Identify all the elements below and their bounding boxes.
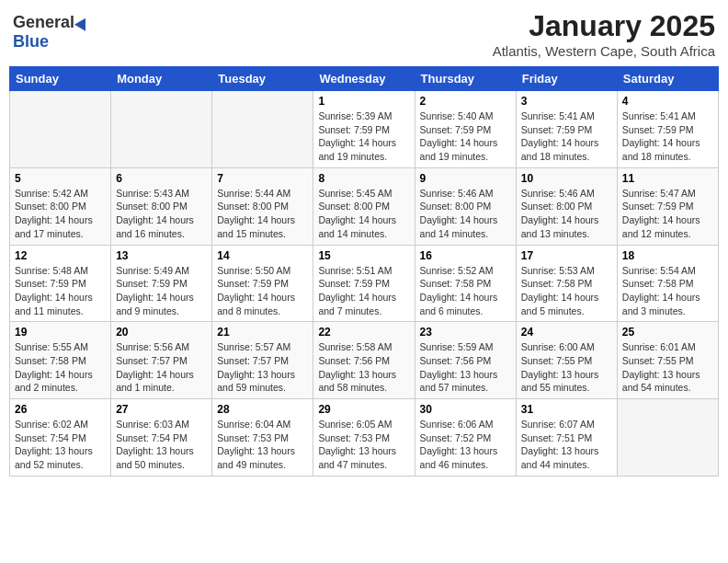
day-info: Sunrise: 5:57 AM Sunset: 7:57 PM Dayligh… (217, 340, 308, 395)
calendar-cell: 31Sunrise: 6:07 AM Sunset: 7:51 PM Dayli… (516, 399, 617, 477)
day-number: 16 (420, 249, 511, 262)
day-number: 6 (116, 172, 207, 185)
calendar-cell: 6Sunrise: 5:43 AM Sunset: 8:00 PM Daylig… (111, 167, 212, 245)
day-number: 24 (521, 326, 612, 339)
day-info: Sunrise: 5:47 AM Sunset: 7:59 PM Dayligh… (622, 187, 713, 241)
day-info: Sunrise: 6:01 AM Sunset: 7:55 PM Dayligh… (622, 340, 713, 395)
day-info: Sunrise: 5:49 AM Sunset: 7:59 PM Dayligh… (116, 264, 207, 318)
day-info: Sunrise: 5:53 AM Sunset: 7:58 PM Dayligh… (521, 264, 612, 318)
calendar-cell: 3Sunrise: 5:41 AM Sunset: 7:59 PM Daylig… (516, 91, 617, 168)
day-number: 15 (318, 249, 409, 262)
day-number: 18 (622, 249, 713, 262)
calendar-cell (10, 91, 111, 168)
day-info: Sunrise: 5:52 AM Sunset: 7:58 PM Dayligh… (420, 264, 511, 318)
day-info: Sunrise: 6:02 AM Sunset: 7:54 PM Dayligh… (15, 418, 106, 472)
calendar-cell: 15Sunrise: 5:51 AM Sunset: 7:59 PM Dayli… (313, 245, 415, 322)
calendar-cell: 7Sunrise: 5:44 AM Sunset: 8:00 PM Daylig… (212, 167, 313, 245)
day-number: 23 (420, 326, 511, 339)
calendar-cell: 8Sunrise: 5:45 AM Sunset: 8:00 PM Daylig… (313, 167, 415, 245)
day-number: 14 (217, 249, 308, 262)
day-info: Sunrise: 5:51 AM Sunset: 7:59 PM Dayligh… (318, 264, 409, 318)
day-number: 29 (318, 403, 409, 416)
day-of-week-header: Friday (516, 67, 617, 91)
day-info: Sunrise: 6:07 AM Sunset: 7:51 PM Dayligh… (521, 418, 612, 472)
calendar-title: January 2025 (493, 9, 715, 43)
calendar-cell: 20Sunrise: 5:56 AM Sunset: 7:57 PM Dayli… (111, 322, 212, 399)
day-info: Sunrise: 5:55 AM Sunset: 7:58 PM Dayligh… (15, 340, 106, 395)
logo-blue-text: Blue (13, 32, 49, 52)
day-number: 17 (521, 249, 612, 262)
day-number: 1 (318, 95, 409, 108)
calendar-cell: 28Sunrise: 6:04 AM Sunset: 7:53 PM Dayli… (212, 399, 313, 477)
day-info: Sunrise: 5:58 AM Sunset: 7:56 PM Dayligh… (318, 340, 409, 395)
day-info: Sunrise: 6:06 AM Sunset: 7:52 PM Dayligh… (420, 418, 511, 472)
day-header-row: SundayMondayTuesdayWednesdayThursdayFrid… (10, 67, 719, 91)
calendar-cell: 4Sunrise: 5:41 AM Sunset: 7:59 PM Daylig… (617, 91, 718, 168)
day-number: 9 (420, 172, 511, 185)
day-info: Sunrise: 5:39 AM Sunset: 7:59 PM Dayligh… (318, 109, 409, 164)
day-of-week-header: Tuesday (212, 67, 313, 91)
day-number: 31 (521, 403, 612, 416)
calendar-cell: 16Sunrise: 5:52 AM Sunset: 7:58 PM Dayli… (415, 245, 516, 322)
day-of-week-header: Monday (111, 67, 212, 91)
calendar-cell: 10Sunrise: 5:46 AM Sunset: 8:00 PM Dayli… (516, 167, 617, 245)
day-info: Sunrise: 6:04 AM Sunset: 7:53 PM Dayligh… (217, 418, 308, 472)
day-number: 11 (622, 172, 713, 185)
calendar-cell: 13Sunrise: 5:49 AM Sunset: 7:59 PM Dayli… (111, 245, 212, 322)
calendar-cell: 2Sunrise: 5:40 AM Sunset: 7:59 PM Daylig… (415, 91, 516, 168)
calendar-cell: 25Sunrise: 6:01 AM Sunset: 7:55 PM Dayli… (617, 322, 718, 399)
logo-general-text: General (13, 13, 74, 32)
calendar-cell: 14Sunrise: 5:50 AM Sunset: 7:59 PM Dayli… (212, 245, 313, 322)
day-number: 30 (420, 403, 511, 416)
day-of-week-header: Thursday (415, 67, 516, 91)
day-number: 20 (116, 326, 207, 339)
calendar-cell: 27Sunrise: 6:03 AM Sunset: 7:54 PM Dayli… (111, 399, 212, 477)
day-of-week-header: Saturday (617, 67, 718, 91)
calendar-week-row: 5Sunrise: 5:42 AM Sunset: 8:00 PM Daylig… (10, 167, 719, 245)
day-info: Sunrise: 5:43 AM Sunset: 8:00 PM Dayligh… (116, 187, 207, 241)
title-section: January 2025 Atlantis, Western Cape, Sou… (493, 9, 715, 59)
calendar-week-row: 12Sunrise: 5:48 AM Sunset: 7:59 PM Dayli… (10, 245, 719, 322)
calendar-cell: 22Sunrise: 5:58 AM Sunset: 7:56 PM Dayli… (313, 322, 415, 399)
calendar-cell: 17Sunrise: 5:53 AM Sunset: 7:58 PM Dayli… (516, 245, 617, 322)
calendar-week-row: 1Sunrise: 5:39 AM Sunset: 7:59 PM Daylig… (10, 91, 719, 168)
day-info: Sunrise: 5:46 AM Sunset: 8:00 PM Dayligh… (420, 187, 511, 241)
day-number: 4 (622, 95, 713, 108)
day-number: 3 (521, 95, 612, 108)
calendar-cell: 21Sunrise: 5:57 AM Sunset: 7:57 PM Dayli… (212, 322, 313, 399)
day-number: 13 (116, 249, 207, 262)
day-number: 27 (116, 403, 207, 416)
day-info: Sunrise: 5:54 AM Sunset: 7:58 PM Dayligh… (622, 264, 713, 318)
day-number: 19 (15, 326, 106, 339)
day-number: 22 (318, 326, 409, 339)
day-number: 8 (318, 172, 409, 185)
calendar-cell: 19Sunrise: 5:55 AM Sunset: 7:58 PM Dayli… (10, 322, 111, 399)
logo: General Blue (13, 9, 89, 52)
calendar-cell (212, 91, 313, 168)
calendar-subtitle: Atlantis, Western Cape, South Africa (493, 43, 715, 59)
day-info: Sunrise: 6:00 AM Sunset: 7:55 PM Dayligh… (521, 340, 612, 395)
day-info: Sunrise: 5:41 AM Sunset: 7:59 PM Dayligh… (521, 109, 612, 164)
calendar-table: SundayMondayTuesdayWednesdayThursdayFrid… (9, 66, 719, 477)
day-info: Sunrise: 6:05 AM Sunset: 7:53 PM Dayligh… (318, 418, 409, 472)
day-info: Sunrise: 5:44 AM Sunset: 8:00 PM Dayligh… (217, 187, 308, 241)
day-info: Sunrise: 5:50 AM Sunset: 7:59 PM Dayligh… (217, 264, 308, 318)
calendar-cell (111, 91, 212, 168)
day-info: Sunrise: 5:40 AM Sunset: 7:59 PM Dayligh… (420, 109, 511, 164)
day-number: 5 (15, 172, 106, 185)
day-info: Sunrise: 6:03 AM Sunset: 7:54 PM Dayligh… (116, 418, 207, 472)
day-number: 25 (622, 326, 713, 339)
calendar-cell: 30Sunrise: 6:06 AM Sunset: 7:52 PM Dayli… (415, 399, 516, 477)
day-number: 7 (217, 172, 308, 185)
calendar-week-row: 26Sunrise: 6:02 AM Sunset: 7:54 PM Dayli… (10, 399, 719, 477)
day-number: 2 (420, 95, 511, 108)
day-number: 28 (217, 403, 308, 416)
calendar-cell: 12Sunrise: 5:48 AM Sunset: 7:59 PM Dayli… (10, 245, 111, 322)
calendar-cell: 5Sunrise: 5:42 AM Sunset: 8:00 PM Daylig… (10, 167, 111, 245)
day-number: 10 (521, 172, 612, 185)
day-info: Sunrise: 5:45 AM Sunset: 8:00 PM Dayligh… (318, 187, 409, 241)
calendar-cell: 24Sunrise: 6:00 AM Sunset: 7:55 PM Dayli… (516, 322, 617, 399)
calendar-cell: 29Sunrise: 6:05 AM Sunset: 7:53 PM Dayli… (313, 399, 415, 477)
day-info: Sunrise: 5:42 AM Sunset: 8:00 PM Dayligh… (15, 187, 106, 241)
day-info: Sunrise: 5:59 AM Sunset: 7:56 PM Dayligh… (420, 340, 511, 395)
